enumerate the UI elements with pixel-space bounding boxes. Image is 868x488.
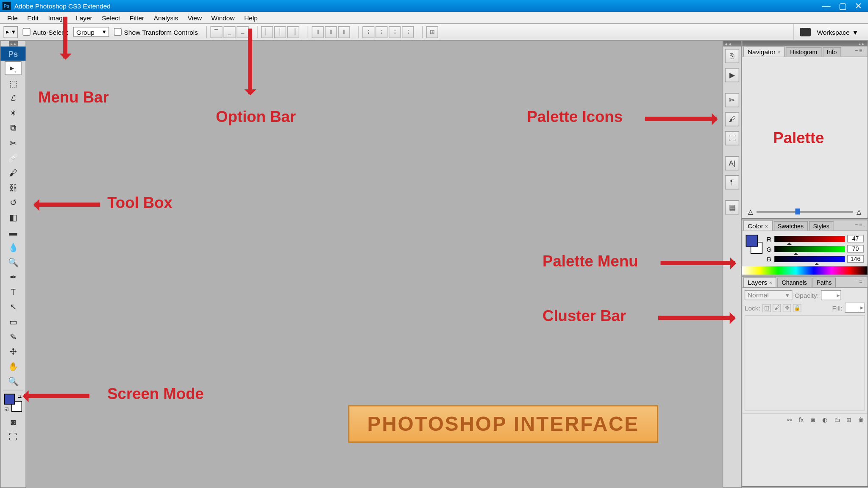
zoom-in-icon[interactable]: △: [857, 208, 861, 215]
zoom-tool[interactable]: 🔍: [5, 374, 21, 388]
distribute-bottom-icon[interactable]: ⫴: [338, 26, 350, 38]
maximize-button[interactable]: ▢: [839, 1, 846, 11]
r-value[interactable]: 47: [847, 235, 864, 242]
tab-layers[interactable]: Layers×: [743, 277, 776, 287]
workspace-dropdown[interactable]: Workspace ▼: [817, 28, 858, 36]
dock-brushes-icon[interactable]: 🖌: [725, 112, 739, 126]
zoom-out-icon[interactable]: △: [748, 208, 753, 215]
color-spectrum[interactable]: [742, 266, 867, 275]
r-slider[interactable]: [774, 236, 845, 241]
distribute-spacing-icon[interactable]: ⫶: [402, 26, 414, 38]
history-brush-tool[interactable]: ↺: [5, 195, 21, 209]
menu-help[interactable]: Help: [239, 12, 262, 23]
adjustment-layer-icon[interactable]: ◐: [820, 415, 830, 424]
tab-paths[interactable]: Paths: [812, 277, 836, 287]
marquee-tool[interactable]: ⬚: [5, 76, 21, 90]
auto-select-input[interactable]: [22, 28, 30, 36]
link-layers-icon[interactable]: ⚯: [785, 415, 794, 424]
opacity-input[interactable]: ▸: [821, 290, 841, 300]
healing-brush-tool[interactable]: 🩹: [5, 151, 21, 164]
b-slider[interactable]: [774, 256, 845, 262]
dock-grip[interactable]: ◂◂: [723, 41, 741, 47]
menu-select[interactable]: Select: [97, 12, 125, 23]
g-value[interactable]: 70: [847, 245, 864, 252]
rectangle-tool[interactable]: ▭: [5, 315, 21, 328]
zoom-slider[interactable]: [757, 211, 853, 212]
magic-wand-tool[interactable]: ✴: [5, 106, 21, 119]
navigator-grip[interactable]: ▸▸: [742, 41, 867, 47]
close-icon[interactable]: ×: [777, 50, 780, 55]
menu-analysis[interactable]: Analysis: [149, 12, 183, 23]
tab-color[interactable]: Color×: [743, 220, 772, 230]
close-button[interactable]: ✕: [855, 1, 862, 11]
gradient-tool[interactable]: ▬: [5, 225, 21, 239]
move-tool[interactable]: ▸+: [5, 61, 21, 75]
eraser-tool[interactable]: ◧: [5, 211, 21, 224]
menu-view[interactable]: View: [183, 12, 207, 23]
tool-preset-picker[interactable]: ▸+ ▾: [3, 26, 18, 38]
b-value[interactable]: 146: [847, 255, 864, 263]
menu-edit[interactable]: Edit: [22, 12, 43, 23]
palette-menu-icon[interactable]: ≡: [859, 48, 866, 55]
quick-mask-mode[interactable]: ◙: [5, 415, 21, 428]
blur-tool[interactable]: 💧: [5, 240, 21, 254]
eyedropper-tool[interactable]: ✣: [5, 344, 21, 358]
tab-channels[interactable]: Channels: [778, 277, 811, 287]
pen-tool[interactable]: ✒: [5, 270, 21, 283]
menu-window[interactable]: Window: [206, 12, 239, 23]
close-icon[interactable]: ×: [765, 223, 768, 229]
palette-minimize-icon[interactable]: −: [855, 278, 858, 284]
distribute-vcenter-icon[interactable]: ⫴: [325, 26, 337, 38]
align-vcenter-icon[interactable]: ⎯: [224, 26, 236, 38]
distribute-hcenter-icon[interactable]: ⫶: [376, 26, 387, 38]
slice-tool[interactable]: ✂: [5, 136, 21, 150]
notes-tool[interactable]: ✎: [5, 330, 21, 343]
foreground-color[interactable]: [4, 394, 15, 405]
color-preview[interactable]: [746, 235, 762, 254]
auto-select-checkbox[interactable]: Auto-Select:: [22, 28, 68, 36]
dock-clone-source-icon[interactable]: ⛶: [725, 131, 739, 145]
auto-align-icon[interactable]: ⊞: [426, 26, 438, 38]
lock-transparency-icon[interactable]: ◫: [762, 304, 771, 312]
tab-swatches[interactable]: Swatches: [773, 221, 808, 231]
type-tool[interactable]: T: [5, 285, 21, 298]
align-bottom-icon[interactable]: ⎽: [236, 26, 248, 38]
distribute-left-icon[interactable]: ⫶: [362, 26, 374, 38]
palette-menu-icon[interactable]: ≡: [859, 278, 866, 286]
crop-tool[interactable]: ⧉: [5, 121, 21, 135]
dock-paragraph-icon[interactable]: ¶: [725, 175, 739, 190]
blend-mode-select[interactable]: Normal▾: [745, 290, 793, 300]
dock-history-icon[interactable]: ⎘: [725, 49, 739, 63]
align-hcenter-icon[interactable]: │: [274, 26, 286, 38]
dock-actions-icon[interactable]: ▶: [725, 68, 739, 82]
tab-navigator[interactable]: Navigator×: [743, 47, 785, 57]
palette-menu-icon[interactable]: ≡: [859, 222, 866, 229]
path-selection-tool[interactable]: ↖: [5, 300, 21, 313]
new-group-icon[interactable]: 🗀: [832, 415, 842, 424]
layer-mask-icon[interactable]: ◙: [808, 415, 818, 424]
menu-filter[interactable]: Filter: [125, 12, 149, 23]
menu-file[interactable]: File: [3, 12, 22, 23]
lock-position-icon[interactable]: ✥: [783, 304, 791, 312]
dock-character-icon[interactable]: A|: [725, 156, 739, 171]
go-to-bridge-icon[interactable]: [800, 28, 811, 36]
menu-layer[interactable]: Layer: [71, 12, 97, 23]
tab-histogram[interactable]: Histogram: [786, 47, 821, 57]
lasso-tool[interactable]: 𝓛: [5, 91, 21, 105]
show-transform-checkbox[interactable]: Show Transform Controls: [114, 28, 198, 36]
distribute-right-icon[interactable]: ⫶: [389, 26, 401, 38]
hand-tool[interactable]: ✋: [5, 359, 21, 373]
lock-all-icon[interactable]: 🔒: [793, 304, 801, 312]
align-right-icon[interactable]: ▕: [287, 26, 299, 38]
close-icon[interactable]: ×: [769, 280, 772, 286]
g-slider[interactable]: [774, 246, 845, 252]
dock-tool-presets-icon[interactable]: ✂: [725, 93, 739, 107]
fill-input[interactable]: ▸: [845, 303, 865, 313]
auto-select-mode[interactable]: Group▾: [73, 27, 109, 37]
default-colors-icon[interactable]: ◱: [4, 406, 9, 412]
brush-tool[interactable]: 🖌: [5, 166, 21, 179]
lock-image-icon[interactable]: 🖌: [773, 304, 781, 312]
clone-stamp-tool[interactable]: ⛓: [5, 180, 21, 194]
screen-mode-button[interactable]: ⛶: [5, 430, 21, 443]
show-transform-input[interactable]: [114, 28, 122, 36]
